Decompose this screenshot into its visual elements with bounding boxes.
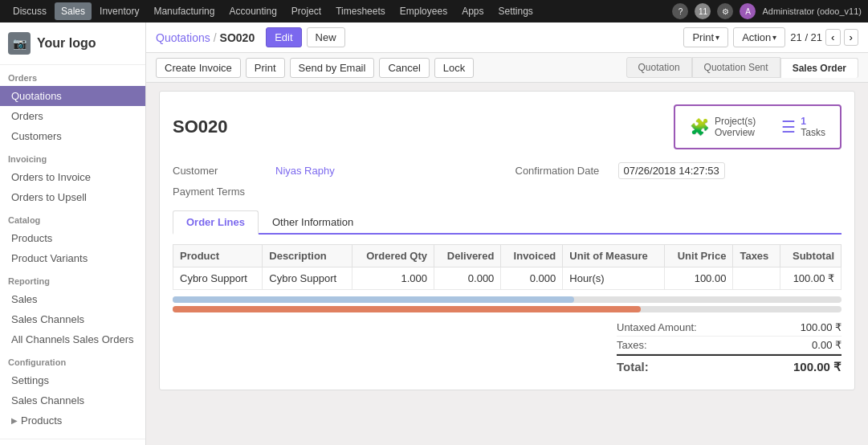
progress-area: [173, 296, 842, 312]
prev-page-button[interactable]: ‹: [825, 29, 840, 46]
col-taxes: Taxes: [733, 245, 780, 267]
section-invoicing: Invoicing: [0, 146, 145, 167]
totals-table: Untaxed Amount: 100.00 ₹ Taxes: 0.00 ₹ T…: [617, 319, 842, 377]
sidebar-item-orders-to-invoice[interactable]: Orders to Invoice: [0, 167, 145, 187]
cell-unit-price: 100.00: [664, 267, 733, 290]
print-caret: ▾: [715, 33, 719, 42]
nav-project[interactable]: Project: [285, 2, 328, 20]
sidebar-item-config-products[interactable]: ▶ Products: [0, 410, 145, 431]
print-button[interactable]: Print ▾: [683, 27, 728, 47]
nav-apps[interactable]: Apps: [455, 2, 490, 20]
nav-accounting[interactable]: Accounting: [222, 2, 283, 20]
totals-section: Untaxed Amount: 100.00 ₹ Taxes: 0.00 ₹ T…: [173, 319, 842, 377]
sidebar-item-product-variants[interactable]: Product Variants: [0, 248, 145, 268]
customer-value[interactable]: Niyas Raphy: [275, 165, 335, 177]
sidebar-item-sales-channels[interactable]: Sales Channels: [0, 309, 145, 329]
total-label: Total:: [617, 360, 649, 374]
cell-taxes: [733, 267, 780, 290]
nav-employees[interactable]: Employees: [393, 2, 454, 20]
tab-other-info[interactable]: Other Information: [259, 210, 367, 235]
status-quotation-sent[interactable]: Quotation Sent: [692, 57, 780, 78]
col-invoiced: Invoiced: [501, 245, 563, 267]
create-invoice-button[interactable]: Create Invoice: [156, 58, 241, 78]
tasks-smart-button[interactable]: ☰ 1 Tasks: [772, 111, 835, 143]
breadcrumb-separator: /: [214, 31, 217, 44]
puzzle-icon: 🧩: [690, 117, 710, 137]
status-quotation[interactable]: Quotation: [626, 57, 692, 78]
logo-icon: 📷: [8, 32, 31, 55]
section-catalog: Catalog: [0, 207, 145, 228]
projects-label: Project(s): [715, 116, 756, 127]
sidebar-item-settings[interactable]: Settings: [0, 370, 145, 390]
send-email-button[interactable]: Send by Email: [290, 58, 375, 78]
status-sales-order[interactable]: Sales Order: [780, 58, 858, 78]
action-label: Action: [742, 31, 771, 43]
logo-text: Your logo: [37, 36, 96, 51]
cell-uom: Hour(s): [563, 267, 664, 290]
sidebar-item-products[interactable]: Products: [0, 228, 145, 248]
breadcrumb-current: SO020: [220, 31, 255, 44]
projects-sub: Overview: [715, 127, 755, 138]
cell-subtotal: 100.00 ₹: [780, 267, 841, 290]
cancel-button[interactable]: Cancel: [379, 58, 429, 78]
nav-sales[interactable]: Sales: [55, 2, 92, 20]
new-button[interactable]: New: [307, 27, 345, 47]
settings-icon[interactable]: ⚙: [717, 3, 733, 19]
sidebar-item-all-channels[interactable]: All Channels Sales Orders: [0, 329, 145, 349]
table-row: Cybro Support Cybro Support 1.000 0.000 …: [173, 267, 842, 290]
form-fields: Customer Niyas Raphy Confirmation Date 0…: [173, 162, 842, 198]
nav-discuss[interactable]: Discuss: [6, 2, 53, 20]
taxes-label: Taxes:: [617, 339, 647, 351]
page-nav: 21 / 21 ‹ ›: [790, 29, 858, 46]
confirmation-date-value[interactable]: 07/26/2018 14:27:53: [618, 162, 725, 179]
order-table: Product Description Ordered Qty Delivere…: [173, 244, 842, 290]
untaxed-label: Untaxed Amount:: [617, 321, 697, 333]
tab-order-lines[interactable]: Order Lines: [173, 210, 259, 235]
print-action-button[interactable]: Print: [246, 58, 285, 78]
projects-smart-button[interactable]: 🧩 Project(s) Overview: [680, 111, 765, 143]
breadcrumb-parent[interactable]: Quotations: [156, 31, 210, 44]
print-label: Print: [692, 31, 714, 43]
payment-terms-label: Payment Terms: [173, 186, 269, 198]
cell-ordered-qty: 1.000: [352, 267, 434, 290]
avatar[interactable]: A: [740, 3, 756, 19]
sidebar-footer: Powered by Odoo: [0, 439, 145, 445]
untaxed-value: 100.00 ₹: [801, 321, 842, 333]
nav-settings[interactable]: Settings: [492, 2, 540, 20]
smart-buttons: 🧩 Project(s) Overview ☰ 1 Tasks: [674, 104, 842, 149]
main-content: Quotations / SO020 Edit New Print ▾ Acti…: [146, 22, 868, 445]
sidebar-item-orders-to-upsell[interactable]: Orders to Upsell: [0, 187, 145, 207]
next-page-button[interactable]: ›: [844, 29, 858, 46]
edit-button[interactable]: Edit: [266, 27, 301, 47]
sidebar: 📷 Your logo Orders Quotations Orders Cus…: [0, 22, 146, 445]
admin-label: Administrator (odoo_v11): [762, 6, 862, 16]
nav-timesheets[interactable]: Timesheets: [329, 2, 392, 20]
nav-inventory[interactable]: Inventory: [93, 2, 145, 20]
confirmation-date-field: Confirmation Date 07/26/2018 14:27:53: [516, 162, 842, 179]
tasks-icon: ☰: [781, 117, 796, 137]
taxes-row: Taxes: 0.00 ₹: [617, 337, 842, 354]
action-button[interactable]: Action ▾: [733, 27, 785, 47]
section-orders: Orders: [0, 65, 145, 86]
sidebar-item-customers[interactable]: Customers: [0, 126, 145, 146]
action-toolbar: Create Invoice Print Send by Email Cance…: [146, 53, 868, 83]
lock-button[interactable]: Lock: [434, 58, 474, 78]
projects-button-text: Project(s) Overview: [715, 116, 756, 138]
nav-manufacturing[interactable]: Manufacturing: [147, 2, 221, 20]
top-nav-right: ? 11 ⚙ A Administrator (odoo_v11): [672, 3, 862, 19]
sidebar-logo: 📷 Your logo: [0, 22, 145, 65]
help-icon[interactable]: ?: [672, 3, 688, 19]
cell-product[interactable]: Cybro Support: [173, 267, 263, 290]
col-description: Description: [263, 245, 352, 267]
page-info: 21 / 21: [790, 31, 822, 43]
sidebar-item-quotations[interactable]: Quotations: [0, 86, 145, 106]
form-card: SO020 🧩 Project(s) Overview ☰: [159, 91, 855, 390]
tasks-button-text: 1 Tasks: [801, 116, 825, 138]
col-product: Product: [173, 245, 263, 267]
sidebar-item-sales[interactable]: Sales: [0, 289, 145, 309]
sidebar-item-config-sales-channels[interactable]: Sales Channels: [0, 390, 145, 410]
notification-icon[interactable]: 11: [695, 3, 711, 19]
sidebar-item-orders[interactable]: Orders: [0, 106, 145, 126]
col-uom: Unit of Measure: [563, 245, 664, 267]
col-delivered: Delivered: [434, 245, 501, 267]
